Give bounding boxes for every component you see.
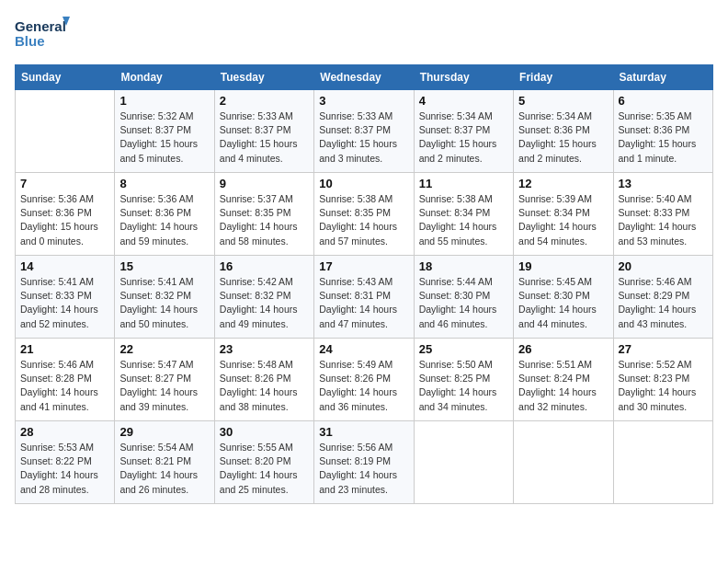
calendar-week-3: 14Sunrise: 5:41 AM Sunset: 8:33 PM Dayli… [16, 256, 713, 339]
calendar-cell: 9Sunrise: 5:37 AM Sunset: 8:35 PM Daylig… [214, 173, 313, 256]
calendar-cell: 2Sunrise: 5:33 AM Sunset: 8:37 PM Daylig… [214, 90, 313, 173]
calendar-week-5: 28Sunrise: 5:53 AM Sunset: 8:22 PM Dayli… [16, 421, 713, 504]
calendar-week-1: 1Sunrise: 5:32 AM Sunset: 8:37 PM Daylig… [16, 90, 713, 173]
weekday-header-friday: Friday [514, 65, 613, 90]
day-info: Sunrise: 5:33 AM Sunset: 8:37 PM Dayligh… [319, 109, 408, 166]
day-info: Sunrise: 5:33 AM Sunset: 8:37 PM Dayligh… [220, 109, 309, 166]
day-info: Sunrise: 5:38 AM Sunset: 8:35 PM Dayligh… [319, 192, 408, 248]
day-number: 24 [319, 342, 408, 356]
day-info: Sunrise: 5:53 AM Sunset: 8:22 PM Dayligh… [20, 441, 109, 497]
day-number: 28 [20, 425, 109, 439]
day-info: Sunrise: 5:39 AM Sunset: 8:34 PM Dayligh… [518, 192, 608, 248]
calendar-cell: 17Sunrise: 5:43 AM Sunset: 8:31 PM Dayli… [314, 256, 414, 339]
day-number: 4 [419, 94, 508, 108]
day-info: Sunrise: 5:52 AM Sunset: 8:23 PM Dayligh… [619, 358, 708, 414]
day-number: 8 [119, 177, 209, 190]
calendar-week-4: 21Sunrise: 5:46 AM Sunset: 8:28 PM Dayli… [16, 339, 713, 421]
calendar-cell [613, 421, 712, 504]
day-info: Sunrise: 5:37 AM Sunset: 8:35 PM Dayligh… [220, 192, 309, 248]
day-number: 17 [319, 259, 408, 273]
calendar-cell: 12Sunrise: 5:39 AM Sunset: 8:34 PM Dayli… [514, 173, 613, 256]
day-info: Sunrise: 5:48 AM Sunset: 8:26 PM Dayligh… [220, 358, 309, 414]
calendar-cell: 18Sunrise: 5:44 AM Sunset: 8:30 PM Dayli… [414, 256, 513, 339]
day-info: Sunrise: 5:56 AM Sunset: 8:19 PM Dayligh… [319, 441, 408, 497]
day-info: Sunrise: 5:44 AM Sunset: 8:30 PM Dayligh… [419, 275, 508, 331]
day-info: Sunrise: 5:46 AM Sunset: 8:28 PM Dayligh… [20, 358, 109, 414]
calendar-cell: 26Sunrise: 5:51 AM Sunset: 8:24 PM Dayli… [514, 339, 613, 421]
calendar-cell: 21Sunrise: 5:46 AM Sunset: 8:28 PM Dayli… [16, 339, 115, 421]
weekday-header-thursday: Thursday [414, 65, 513, 90]
weekday-header-saturday: Saturday [613, 65, 712, 90]
weekday-header-wednesday: Wednesday [314, 65, 414, 90]
calendar-cell: 29Sunrise: 5:54 AM Sunset: 8:21 PM Dayli… [115, 421, 214, 504]
day-info: Sunrise: 5:55 AM Sunset: 8:20 PM Dayligh… [220, 441, 309, 497]
day-number: 10 [319, 177, 408, 190]
day-info: Sunrise: 5:36 AM Sunset: 8:36 PM Dayligh… [20, 192, 109, 248]
calendar-body: 1Sunrise: 5:32 AM Sunset: 8:37 PM Daylig… [16, 90, 713, 504]
day-info: Sunrise: 5:43 AM Sunset: 8:31 PM Dayligh… [319, 275, 408, 331]
calendar-cell: 24Sunrise: 5:49 AM Sunset: 8:26 PM Dayli… [314, 339, 414, 421]
calendar-cell: 5Sunrise: 5:34 AM Sunset: 8:36 PM Daylig… [514, 90, 613, 173]
day-number: 7 [20, 177, 109, 190]
day-info: Sunrise: 5:50 AM Sunset: 8:25 PM Dayligh… [419, 358, 508, 414]
day-number: 23 [220, 342, 309, 356]
calendar-cell: 27Sunrise: 5:52 AM Sunset: 8:23 PM Dayli… [613, 339, 712, 421]
day-info: Sunrise: 5:47 AM Sunset: 8:27 PM Dayligh… [119, 358, 209, 414]
day-info: Sunrise: 5:34 AM Sunset: 8:36 PM Dayligh… [518, 109, 608, 166]
weekday-header-monday: Monday [115, 65, 214, 90]
day-number: 27 [619, 342, 708, 356]
day-info: Sunrise: 5:38 AM Sunset: 8:34 PM Dayligh… [419, 192, 508, 248]
calendar-header: SundayMondayTuesdayWednesdayThursdayFrid… [16, 65, 713, 90]
day-number: 25 [419, 342, 508, 356]
day-info: Sunrise: 5:34 AM Sunset: 8:37 PM Dayligh… [419, 109, 508, 166]
calendar-cell: 23Sunrise: 5:48 AM Sunset: 8:26 PM Dayli… [214, 339, 313, 421]
day-number: 2 [220, 94, 309, 108]
day-info: Sunrise: 5:40 AM Sunset: 8:33 PM Dayligh… [619, 192, 708, 248]
day-number: 5 [518, 94, 608, 108]
calendar-cell: 10Sunrise: 5:38 AM Sunset: 8:35 PM Dayli… [314, 173, 414, 256]
calendar-cell [414, 421, 513, 504]
day-info: Sunrise: 5:46 AM Sunset: 8:29 PM Dayligh… [619, 275, 708, 331]
svg-text:General: General [15, 18, 66, 34]
day-number: 26 [518, 342, 608, 356]
day-info: Sunrise: 5:49 AM Sunset: 8:26 PM Dayligh… [319, 358, 408, 414]
day-number: 18 [419, 259, 508, 273]
day-info: Sunrise: 5:45 AM Sunset: 8:30 PM Dayligh… [518, 275, 608, 331]
calendar-cell: 14Sunrise: 5:41 AM Sunset: 8:33 PM Dayli… [16, 256, 115, 339]
day-info: Sunrise: 5:42 AM Sunset: 8:32 PM Dayligh… [220, 275, 309, 331]
day-number: 20 [619, 259, 708, 273]
page-header: General Blue [15, 15, 713, 53]
calendar-cell: 15Sunrise: 5:41 AM Sunset: 8:32 PM Dayli… [115, 256, 214, 339]
logo-svg: General Blue [15, 15, 70, 53]
day-number: 31 [319, 425, 408, 439]
calendar-cell: 11Sunrise: 5:38 AM Sunset: 8:34 PM Dayli… [414, 173, 513, 256]
day-info: Sunrise: 5:41 AM Sunset: 8:32 PM Dayligh… [119, 275, 209, 331]
day-number: 29 [119, 425, 209, 439]
calendar-week-2: 7Sunrise: 5:36 AM Sunset: 8:36 PM Daylig… [16, 173, 713, 256]
calendar-cell: 19Sunrise: 5:45 AM Sunset: 8:30 PM Dayli… [514, 256, 613, 339]
day-number: 13 [619, 177, 708, 190]
day-number: 16 [220, 259, 309, 273]
calendar-table: SundayMondayTuesdayWednesdayThursdayFrid… [15, 64, 713, 504]
calendar-cell: 22Sunrise: 5:47 AM Sunset: 8:27 PM Dayli… [115, 339, 214, 421]
calendar-cell: 8Sunrise: 5:36 AM Sunset: 8:36 PM Daylig… [115, 173, 214, 256]
day-number: 14 [20, 259, 109, 273]
svg-text:Blue: Blue [15, 33, 45, 49]
day-number: 9 [220, 177, 309, 190]
calendar-cell: 25Sunrise: 5:50 AM Sunset: 8:25 PM Dayli… [414, 339, 513, 421]
day-info: Sunrise: 5:54 AM Sunset: 8:21 PM Dayligh… [119, 441, 209, 497]
weekday-header-sunday: Sunday [16, 65, 115, 90]
calendar-cell: 31Sunrise: 5:56 AM Sunset: 8:19 PM Dayli… [314, 421, 414, 504]
day-number: 22 [119, 342, 209, 356]
day-number: 11 [419, 177, 508, 190]
logo: General Blue [15, 15, 70, 53]
day-info: Sunrise: 5:32 AM Sunset: 8:37 PM Dayligh… [119, 109, 209, 166]
day-info: Sunrise: 5:35 AM Sunset: 8:36 PM Dayligh… [619, 109, 708, 166]
calendar-cell [16, 90, 115, 173]
day-info: Sunrise: 5:36 AM Sunset: 8:36 PM Dayligh… [119, 192, 209, 248]
day-info: Sunrise: 5:51 AM Sunset: 8:24 PM Dayligh… [518, 358, 608, 414]
day-number: 1 [119, 94, 209, 108]
calendar-cell: 16Sunrise: 5:42 AM Sunset: 8:32 PM Dayli… [214, 256, 313, 339]
day-info: Sunrise: 5:41 AM Sunset: 8:33 PM Dayligh… [20, 275, 109, 331]
day-number: 12 [518, 177, 608, 190]
